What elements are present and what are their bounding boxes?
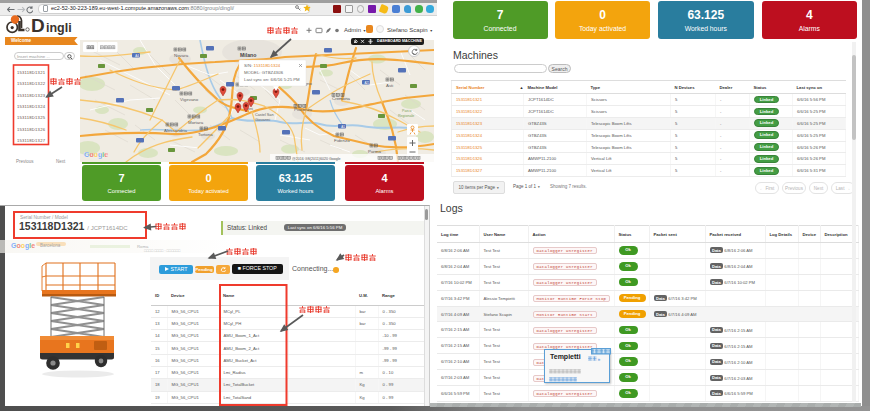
svg-text:Last sync on: 6/6/16 5:25 PM: Last sync on: 6/6/16 5:25 PM: [244, 77, 300, 82]
svg-text:Tortona: Tortona: [198, 132, 213, 137]
svg-text:Alessandria: Alessandria: [164, 128, 187, 133]
svg-text:A1: A1: [341, 125, 345, 129]
svg-text:D: D: [31, 15, 45, 35]
svg-text:Fidenza: Fidenza: [334, 138, 350, 143]
svg-text:Parma: Parma: [368, 149, 381, 154]
svg-text:Novara: Novara: [174, 53, 189, 58]
svg-text:A21: A21: [364, 81, 370, 85]
svg-text:ingli: ingli: [46, 21, 72, 35]
svg-text:Milano: Milano: [240, 52, 256, 58]
svg-text:Giovanni: Giovanni: [255, 118, 270, 122]
svg-text:MODEL: GTBZ430S: MODEL: GTBZ430S: [244, 70, 283, 75]
svg-text:Parco: Parco: [402, 109, 411, 113]
svg-text:@2016 GS(2011)6020 Google: @2016 GS(2011)6020 Google: [292, 157, 341, 161]
svg-text:Castel San: Castel San: [255, 113, 274, 117]
svg-text:Vigevano: Vigevano: [180, 97, 199, 102]
svg-text:Mortara: Mortara: [188, 120, 204, 125]
svg-text:Regionale: Regionale: [398, 114, 414, 118]
svg-text:A4: A4: [135, 54, 139, 58]
svg-text:Google: Google: [84, 151, 108, 159]
svg-text:»: »: [598, 356, 601, 362]
svg-text:Asti: Asti: [386, 83, 393, 88]
svg-text:S/N: 153118D1324: S/N: 153118D1324: [244, 63, 281, 68]
